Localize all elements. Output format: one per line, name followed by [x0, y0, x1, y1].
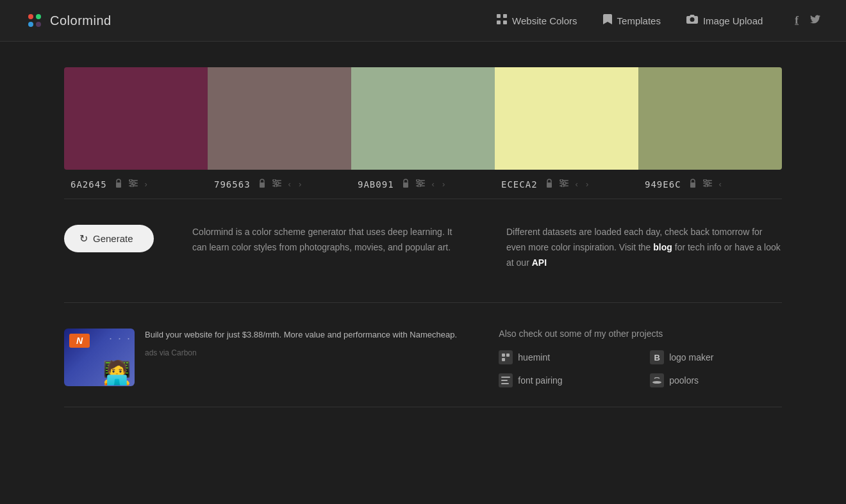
nav-website-colors[interactable]: Website Colors: [497, 14, 577, 27]
svg-point-40: [704, 179, 706, 182]
next-arrow-2[interactable]: ›: [297, 179, 303, 190]
projects-title: Also check out some of my other projects: [499, 329, 782, 339]
refresh-icon: ↻: [79, 232, 88, 245]
description-right: Different datasets are loaded each day, …: [506, 225, 782, 270]
svg-point-2: [28, 22, 33, 27]
prev-arrow-2[interactable]: ‹: [286, 179, 293, 190]
font-pairing-icon: [499, 373, 513, 387]
svg-point-0: [28, 14, 33, 19]
project-poolors[interactable]: poolors: [650, 373, 782, 387]
svg-rect-6: [497, 20, 501, 24]
color-control-3: 9AB091 ‹ ›: [351, 170, 495, 199]
ad-via: ads via Carbon: [145, 347, 460, 359]
swatch-1[interactable]: [64, 67, 208, 170]
adjust-icon-3[interactable]: [415, 178, 426, 190]
hex-4: ECECA2: [501, 179, 538, 190]
divider-bottom: [64, 407, 782, 407]
svg-point-49: [652, 381, 661, 384]
divider-top: [64, 302, 782, 303]
camera-icon: [686, 15, 698, 26]
bottom-section: N · · · 🧑‍💻 Build your website for just …: [64, 309, 782, 400]
ad-image[interactable]: N · · · 🧑‍💻: [64, 329, 135, 386]
svg-rect-46: [501, 377, 510, 378]
swatch-4[interactable]: [495, 67, 638, 170]
poolors-icon: [650, 373, 664, 387]
hex-5: 949E6C: [645, 179, 681, 190]
logo-area: Colormind: [26, 12, 112, 29]
svg-rect-48: [501, 383, 509, 384]
svg-point-28: [418, 184, 420, 187]
svg-point-26: [417, 179, 419, 182]
svg-rect-8: [116, 183, 121, 188]
lock-icon-2[interactable]: [257, 177, 267, 191]
palette-controls: 6A2645 › 796563 ‹ › 9AB091: [64, 170, 782, 199]
svg-point-33: [560, 179, 563, 182]
prev-arrow-5[interactable]: ‹: [717, 179, 724, 190]
generate-button[interactable]: ↻ Generate: [64, 225, 154, 252]
prev-arrow-3[interactable]: ‹: [430, 179, 436, 190]
ad-dots: · · ·: [109, 332, 131, 345]
grid-icon: [497, 14, 507, 27]
main-nav: Website Colors Templates Image Upload: [497, 14, 763, 27]
lock-icon-5[interactable]: [688, 177, 698, 191]
svg-rect-44: [506, 354, 510, 357]
svg-rect-15: [260, 183, 265, 188]
project-huemint[interactable]: huemint: [499, 350, 631, 364]
nav-image-upload[interactable]: Image Upload: [686, 15, 763, 26]
ad-text: Build your website for just $3.88/mth. M…: [145, 329, 460, 359]
bookmark-icon: [603, 14, 612, 27]
svg-rect-7: [503, 20, 507, 24]
next-arrow-1[interactable]: ›: [143, 179, 149, 190]
twitter-icon[interactable]: [810, 15, 820, 26]
logo-maker-icon: B: [650, 350, 664, 364]
adjust-icon-2[interactable]: [271, 178, 283, 190]
svg-rect-36: [690, 183, 695, 188]
prev-arrow-4[interactable]: ‹: [574, 179, 580, 190]
svg-point-42: [705, 184, 708, 187]
website-colors-label: Website Colors: [512, 15, 577, 26]
adjust-icon-5[interactable]: [702, 178, 713, 190]
svg-point-14: [131, 184, 133, 187]
svg-point-35: [561, 184, 564, 187]
svg-point-3: [36, 22, 41, 27]
next-arrow-3[interactable]: ›: [440, 179, 447, 190]
ad-title[interactable]: Build your website for just $3.88/mth. M…: [145, 329, 460, 342]
swatch-2[interactable]: [208, 67, 351, 170]
svg-point-41: [707, 182, 709, 184]
main-content: 6A2645 › 796563 ‹ › 9AB091: [51, 42, 795, 439]
svg-rect-4: [497, 14, 501, 18]
svg-point-20: [276, 182, 279, 184]
svg-point-1: [36, 14, 41, 19]
adjust-icon-4[interactable]: [558, 178, 570, 190]
adjust-icon-1[interactable]: [128, 178, 139, 190]
lock-icon-1[interactable]: [113, 177, 124, 191]
project-logo-maker[interactable]: B logo maker: [650, 350, 782, 364]
projects-area: Also check out some of my other projects…: [499, 329, 782, 387]
ad-image-inner: N · · · 🧑‍💻: [64, 329, 135, 386]
next-arrow-4[interactable]: ›: [584, 179, 590, 190]
svg-rect-43: [502, 354, 505, 357]
hex-3: 9AB091: [358, 179, 394, 190]
svg-point-12: [129, 179, 132, 182]
svg-rect-47: [501, 380, 508, 381]
lock-icon-3[interactable]: [401, 177, 411, 191]
color-control-2: 796563 ‹ ›: [208, 170, 351, 199]
swatch-3[interactable]: [351, 67, 495, 170]
svg-rect-5: [503, 14, 507, 18]
hex-1: 6A2645: [70, 179, 107, 190]
svg-rect-29: [547, 183, 552, 188]
social-links: f: [795, 14, 820, 27]
nav-templates[interactable]: Templates: [603, 14, 661, 27]
swatch-5[interactable]: [638, 67, 782, 170]
project-font-pairing[interactable]: font pairing: [499, 373, 631, 387]
svg-rect-45: [502, 358, 505, 361]
facebook-icon[interactable]: f: [795, 14, 799, 27]
svg-point-13: [133, 182, 135, 184]
color-control-5: 949E6C ‹: [638, 170, 782, 199]
generate-section: ↻ Generate Colormind is a color scheme g…: [64, 225, 782, 296]
logo-name: Colormind: [50, 13, 112, 28]
lock-icon-4[interactable]: [544, 177, 554, 191]
templates-label: Templates: [617, 15, 661, 26]
api-link[interactable]: API: [532, 257, 547, 268]
blog-link[interactable]: blog: [653, 242, 672, 252]
